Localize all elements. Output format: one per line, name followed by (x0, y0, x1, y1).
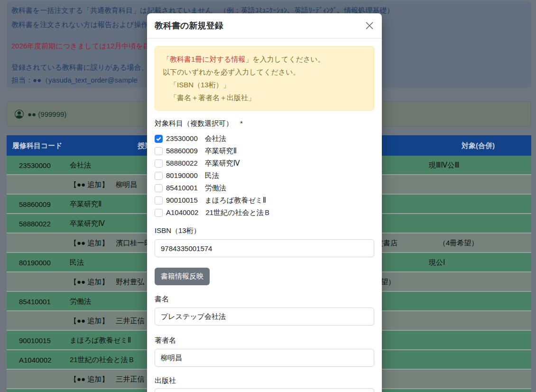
table-cell: 80190000 (19, 258, 51, 266)
checkbox-unchecked-icon[interactable] (155, 209, 163, 217)
table-cell: 85410001 (19, 297, 51, 305)
subject-option-label: 80190000 民法 (166, 171, 219, 180)
subject-checkbox-list: 23530000 会社法58860009 卒業研究Ⅱ58880022 卒業研究Ⅳ… (155, 132, 374, 219)
subject-option-label: A1040002 21世紀の社会と法Ｂ (166, 208, 271, 217)
subject-option-row[interactable]: 80190000 民法 (155, 169, 374, 182)
book-title-input[interactable] (155, 308, 374, 326)
modal-title: 教科書の新規登録 (155, 20, 223, 31)
subject-option-row[interactable]: A1040002 21世紀の社会と法Ｂ (155, 206, 374, 219)
checkbox-unchecked-icon[interactable] (155, 159, 163, 168)
modal-header: 教科書の新規登録 (147, 13, 382, 38)
new-textbook-modal: 教科書の新規登録 「教科書1冊に対する情報」を入力してください。以下のいずれかを… (147, 13, 382, 392)
table-cell: （4冊希望） (439, 238, 478, 247)
table-cell: 【●● 追加】 三井正信 (70, 374, 144, 383)
table-cell: 労働法 (70, 297, 91, 306)
table-cell: A1040002 (19, 355, 51, 364)
person-circle-icon (15, 110, 24, 119)
fetch-book-info-button[interactable]: 書籍情報反映 (155, 268, 210, 285)
subject-option-label: 90010015 まほろば教養ゼミⅡ (166, 196, 266, 205)
subject-option-label: 58860009 卒業研究Ⅱ (166, 147, 237, 156)
table-cell: 会社法 (70, 160, 91, 169)
table-cell: 90010015 (19, 336, 51, 344)
table-cell: 現ⅢⅣ公Ⅲ (429, 160, 460, 169)
checkbox-unchecked-icon[interactable] (155, 196, 163, 205)
alert-line: 「書名＋著者名＋出版社」 (163, 91, 366, 104)
author-input[interactable] (155, 349, 374, 367)
subjects-label: 対象科目（複数選択可） * (155, 118, 374, 129)
table-cell: 卒業研究Ⅱ (70, 199, 102, 208)
column-header: 対象(合併) (462, 141, 495, 150)
table-cell: 【●● 追加】 三井正信 (70, 316, 144, 325)
table-cell: 23530000 (19, 161, 51, 169)
modal-body: 「教科書1冊に対する情報」を入力してください。以下のいずれかを必ず入力してくださ… (147, 38, 382, 392)
subject-option-label: 58880022 卒業研究Ⅳ (166, 159, 240, 168)
alert-line: 「ISBN（13桁）」 (163, 78, 366, 91)
alert-line: 以下のいずれかを必ず入力してください。 (163, 65, 366, 78)
author-label: 著者名 (155, 335, 374, 345)
checkbox-unchecked-icon[interactable] (155, 147, 163, 155)
table-cell: 現公Ⅰ (429, 258, 445, 267)
user-name-label: ●● (999999) (28, 110, 66, 118)
isbn-label: ISBN（13桁） (155, 225, 374, 236)
table-cell: 【●● 追加】 柳明昌 (70, 180, 137, 189)
subject-option-row[interactable]: 23530000 会社法 (155, 132, 374, 145)
table-cell: 58880022 (19, 219, 51, 227)
alert-line: 「教科書1冊に対する情報」を入力してください。 (163, 53, 366, 65)
input-instructions-alert: 「教科書1冊に対する情報」を入力してください。以下のいずれかを必ず入力してくださ… (155, 46, 374, 111)
subject-option-label: 85410001 労働法 (166, 184, 226, 193)
table-cell: 卒業研究Ⅳ (70, 219, 105, 228)
subject-option-row[interactable]: 85410001 労働法 (155, 182, 374, 194)
table-cell: 【●● 追加】 濱口桂一郎 (70, 238, 151, 247)
publisher-label: 出版社 (155, 375, 374, 386)
checkbox-unchecked-icon[interactable] (155, 172, 163, 180)
publisher-input[interactable] (155, 388, 374, 392)
close-icon[interactable] (364, 20, 375, 31)
subject-option-row[interactable]: 90010015 まほろば教養ゼミⅡ (155, 194, 374, 206)
table-cell: まほろば教養ゼミⅡ (70, 336, 131, 345)
table-cell: 民法 (70, 258, 84, 267)
column-header: 履修科目コード (12, 141, 63, 150)
isbn-input[interactable] (155, 239, 374, 257)
checkbox-checked-icon[interactable] (155, 135, 163, 143)
table-cell: 58860009 (19, 200, 51, 208)
book-title-label: 書名 (155, 294, 374, 304)
checkbox-unchecked-icon[interactable] (155, 184, 163, 192)
subject-option-row[interactable]: 58860009 卒業研究Ⅱ (155, 145, 374, 157)
table-cell: 21世紀の社会と法Ｂ (70, 355, 135, 364)
subject-option-label: 23530000 会社法 (166, 134, 226, 143)
subject-option-row[interactable]: 58880022 卒業研究Ⅳ (155, 157, 374, 169)
table-cell: 【●● 追加】 野村豊弘 (70, 277, 144, 286)
